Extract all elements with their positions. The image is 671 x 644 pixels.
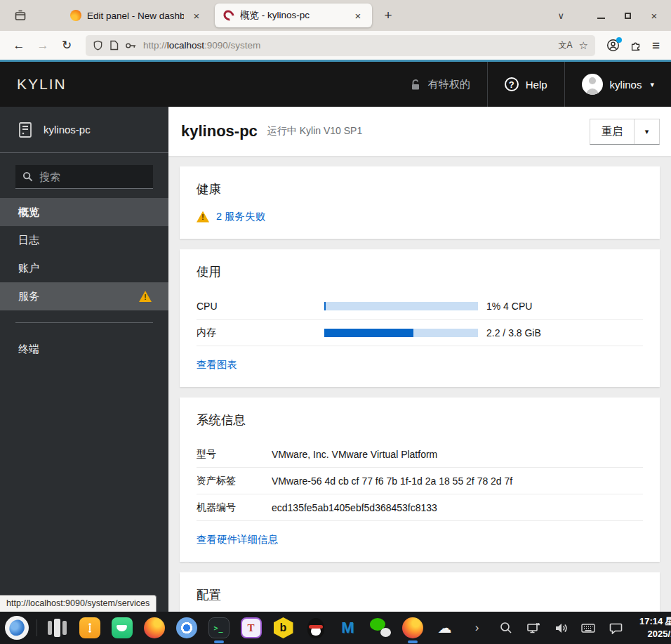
host-status: 运行中 Kylin V10 SP1 (267, 125, 362, 138)
mail-icon[interactable]: M (336, 616, 360, 640)
unlock-icon (410, 79, 421, 91)
host-selector[interactable]: kylinos-pc (0, 107, 168, 153)
failed-services-link[interactable]: 2 服务失败 (216, 210, 265, 223)
browser-tab-cockpit[interactable]: 概览 - kylinos-pc × (215, 4, 372, 27)
sidebar-item-services[interactable]: 服务 ! (0, 282, 168, 310)
task-view-icon (48, 619, 67, 637)
keyboard-icon[interactable] (579, 616, 597, 640)
tab-close-icon[interactable]: × (190, 10, 204, 22)
browser-toolbar: ← → ↻ http://localhost:9090/system 文A ☆ (0, 31, 671, 60)
clock-date: 2025/11/06 (639, 628, 671, 640)
url-bar[interactable]: http://localhost:9090/system 文A ☆ (86, 35, 595, 56)
sidebar-item-terminal[interactable]: 终端 (0, 335, 168, 363)
help-menu[interactable]: ? Help (487, 62, 564, 107)
account-badge (616, 37, 622, 43)
chromium-icon[interactable] (174, 616, 199, 640)
sidebar-item-overview[interactable]: 概览 (0, 198, 168, 226)
card-title: 使用 (197, 263, 643, 280)
taskbar: >_ T b M ☁ › 17:14 星期四 (0, 612, 671, 644)
screen: Edit panel - New dashboard × 概览 - kylino… (0, 0, 671, 644)
sidebar-nav: 概览 日志 账户 服务 ! 终端 (0, 198, 168, 363)
privileged-indicator[interactable]: 有特权的 (393, 62, 487, 107)
shield-icon[interactable] (93, 40, 103, 51)
clock-time: 17:14 星期四 (639, 615, 671, 628)
minimize-button[interactable] (595, 10, 606, 21)
volume-icon[interactable] (552, 616, 570, 640)
tab-title: Edit panel - New dashboard (87, 11, 184, 21)
list-all-tabs-icon[interactable]: ∨ (557, 11, 564, 21)
taskbar-clock[interactable]: 17:14 星期四 2025/11/06 (634, 615, 671, 640)
memory-value: 2.2 / 3.8 GiB (486, 327, 541, 339)
hardware-details-link[interactable]: 查看硬件详细信息 (197, 534, 278, 545)
sidebar: kylinos-pc 概览 日志 账户 服务 (0, 107, 168, 612)
translate-icon[interactable]: 文A (558, 39, 572, 51)
messages-icon[interactable] (606, 616, 625, 640)
wechat-icon[interactable] (368, 616, 392, 640)
warning-icon: ! (139, 291, 152, 302)
info-row-asset-tag: 资产标签 VMware-56 4d cb cf 77 f6 7b 1f-1d 2… (197, 468, 643, 494)
view-graphs-link[interactable]: 查看图表 (197, 359, 237, 370)
network-icon[interactable] (524, 616, 543, 640)
cockpit-icon (221, 8, 236, 22)
app-icon-green-store[interactable] (109, 616, 134, 640)
health-alert: ! 2 服务失败 (197, 210, 643, 223)
task-view-button[interactable] (45, 616, 69, 640)
close-button[interactable]: × (649, 10, 660, 21)
help-icon: ? (505, 77, 519, 91)
cpu-label: CPU (197, 301, 324, 312)
sidebar-item-logs[interactable]: 日志 (0, 226, 168, 254)
back-button[interactable]: ← (8, 35, 29, 56)
taskbar-divider (36, 619, 37, 636)
restart-button[interactable]: 重启 (590, 119, 634, 144)
sidebar-item-label: 账户 (18, 262, 39, 275)
grafana-icon (70, 10, 81, 21)
masthead: KYLIN 有特权的 ? Help kylinos ▾ (0, 62, 671, 107)
help-label: Help (526, 79, 547, 91)
terminal-icon[interactable]: >_ (206, 616, 231, 640)
kylin-start-button[interactable] (4, 616, 29, 640)
tab-close-icon[interactable]: × (351, 10, 365, 22)
browser-tab-grafana[interactable]: Edit panel - New dashboard × (62, 4, 211, 27)
key-icon[interactable] (125, 41, 137, 50)
weather-cloud-icon[interactable]: ☁ (432, 616, 457, 640)
app-icon-orange-circuit[interactable] (77, 616, 102, 640)
model-label: 型号 (197, 448, 272, 461)
menu-hamburger-icon[interactable]: ≡ (652, 38, 660, 53)
health-card: 健康 ! 2 服务失败 (180, 166, 660, 239)
usage-card: 使用 CPU 1% 4 CPU 内存 2.2 / 3.8 GiB 查看图表 (180, 249, 660, 387)
firefox-view-icon[interactable] (10, 5, 31, 26)
sidebar-item-accounts[interactable]: 账户 (0, 254, 168, 282)
sidebar-item-label: 日志 (18, 234, 39, 247)
user-menu[interactable]: kylinos ▾ (564, 62, 671, 107)
usage-row-memory: 内存 2.2 / 3.8 GiB (197, 320, 643, 346)
new-tab-button[interactable]: + (378, 5, 399, 26)
card-link-row: 查看图表 (197, 358, 643, 372)
maximize-button[interactable] (622, 10, 633, 21)
app-icon-text-editor[interactable]: T (239, 616, 263, 640)
page-info-icon[interactable] (109, 40, 119, 51)
extensions-puzzle-icon[interactable] (630, 39, 642, 52)
firefox-icon-2[interactable] (400, 616, 425, 640)
asset-tag-value: VMware-56 4d cb cf 77 f6 7b 1f-1d 2a 18 … (272, 475, 512, 487)
firefox-icon[interactable] (142, 616, 166, 640)
url-text[interactable]: http://localhost:9090/system (143, 40, 552, 51)
bookmark-star-icon[interactable]: ☆ (578, 39, 587, 52)
content-scroll[interactable]: 健康 ! 2 服务失败 使用 CPU 1% 4 CPU 内存 (168, 156, 671, 612)
taskbar-expand-chevron[interactable]: › (465, 616, 489, 640)
window-controls: × (595, 10, 664, 21)
search-input[interactable] (39, 171, 138, 183)
sidebar-search[interactable] (15, 165, 153, 189)
app-icon-yellow-hexagon[interactable]: b (271, 616, 295, 640)
taskbar-search-icon[interactable] (497, 616, 515, 640)
forward-button[interactable]: → (32, 35, 53, 56)
account-icon[interactable] (606, 39, 620, 52)
reload-button[interactable]: ↻ (56, 35, 77, 56)
sidebar-item-label: 概览 (18, 206, 39, 219)
qq-icon[interactable] (303, 616, 328, 640)
app-body: kylinos-pc 概览 日志 账户 服务 (0, 107, 671, 612)
configuration-card: 配置 主机名 kylinos-pc 编辑 (180, 572, 660, 612)
privileged-label: 有特权的 (428, 78, 470, 91)
asset-tag-label: 资产标签 (197, 475, 272, 487)
restart-caret-button[interactable]: ▾ (634, 119, 659, 144)
toolbar-right: ≡ (604, 38, 663, 53)
